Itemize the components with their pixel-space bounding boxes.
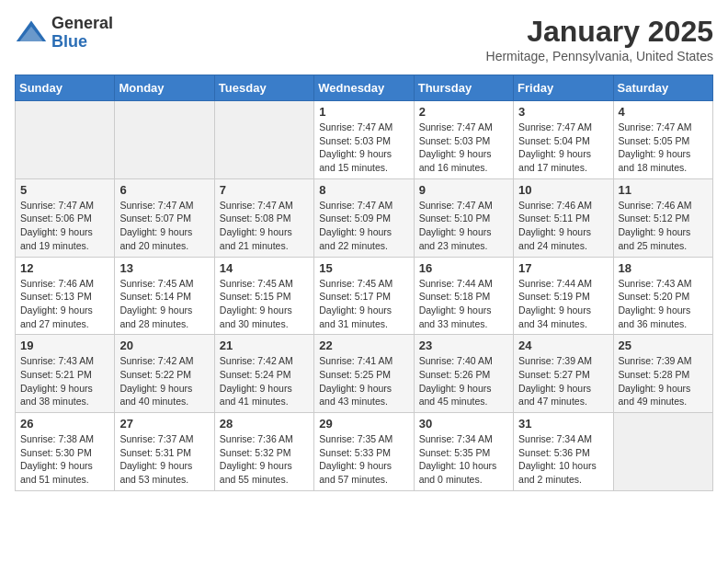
weekday-header-thursday: Thursday [414,75,513,101]
calendar-table: SundayMondayTuesdayWednesdayThursdayFrid… [15,75,713,491]
day-info: Sunrise: 7:39 AM Sunset: 5:28 PM Dayligh… [619,354,708,408]
day-number: 24 [518,339,608,352]
calendar-cell: 24Sunrise: 7:39 AM Sunset: 5:27 PM Dayli… [514,335,613,413]
day-info: Sunrise: 7:42 AM Sunset: 5:22 PM Dayligh… [119,354,209,408]
day-info: Sunrise: 7:39 AM Sunset: 5:27 PM Dayligh… [518,354,608,408]
calendar-cell: 7Sunrise: 7:47 AM Sunset: 5:08 PM Daylig… [214,178,313,257]
day-number: 7 [220,183,309,197]
calendar-cell [214,101,313,179]
calendar-cell: 21Sunrise: 7:42 AM Sunset: 5:24 PM Dayli… [214,335,313,413]
day-number: 16 [419,261,508,275]
calendar-cell: 12Sunrise: 7:46 AM Sunset: 5:13 PM Dayli… [16,257,115,335]
day-number: 3 [518,105,608,119]
day-number: 12 [20,261,109,275]
day-info: Sunrise: 7:45 AM Sunset: 5:14 PM Dayligh… [119,277,209,331]
day-number: 26 [20,417,109,431]
calendar-cell: 31Sunrise: 7:34 AM Sunset: 5:36 PM Dayli… [514,413,613,491]
day-info: Sunrise: 7:47 AM Sunset: 5:04 PM Dayligh… [518,121,608,175]
day-info: Sunrise: 7:42 AM Sunset: 5:24 PM Dayligh… [220,354,309,408]
logo-icon [15,17,48,50]
month-title: January 2025 [486,15,713,49]
calendar-cell: 3Sunrise: 7:47 AM Sunset: 5:04 PM Daylig… [514,101,613,179]
day-info: Sunrise: 7:35 AM Sunset: 5:33 PM Dayligh… [319,432,408,487]
calendar-week-row: 19Sunrise: 7:43 AM Sunset: 5:21 PM Dayli… [16,335,713,413]
calendar-cell [613,413,712,491]
calendar-week-row: 12Sunrise: 7:46 AM Sunset: 5:13 PM Dayli… [16,257,713,335]
calendar-cell: 15Sunrise: 7:45 AM Sunset: 5:17 PM Dayli… [314,257,414,335]
calendar-cell: 27Sunrise: 7:37 AM Sunset: 5:31 PM Dayli… [115,413,214,491]
calendar-cell: 17Sunrise: 7:44 AM Sunset: 5:19 PM Dayli… [514,257,613,335]
day-info: Sunrise: 7:46 AM Sunset: 5:11 PM Dayligh… [518,199,608,253]
calendar-cell [16,101,115,179]
day-info: Sunrise: 7:44 AM Sunset: 5:18 PM Dayligh… [419,277,508,331]
day-number: 28 [220,417,309,431]
day-info: Sunrise: 7:47 AM Sunset: 5:03 PM Dayligh… [419,121,508,175]
day-info: Sunrise: 7:43 AM Sunset: 5:20 PM Dayligh… [619,277,708,331]
day-number: 1 [319,105,408,119]
day-info: Sunrise: 7:34 AM Sunset: 5:35 PM Dayligh… [419,432,508,487]
weekday-header-tuesday: Tuesday [214,75,313,101]
day-number: 29 [319,417,408,431]
day-info: Sunrise: 7:40 AM Sunset: 5:26 PM Dayligh… [419,354,508,408]
day-number: 4 [619,105,708,119]
weekday-header-saturday: Saturday [613,75,712,101]
weekday-header-wednesday: Wednesday [314,75,414,101]
page-header: General Blue January 2025 Hermitage, Pen… [15,15,713,63]
calendar-cell: 6Sunrise: 7:47 AM Sunset: 5:07 PM Daylig… [115,178,214,257]
day-info: Sunrise: 7:47 AM Sunset: 5:08 PM Dayligh… [220,199,309,253]
calendar-cell: 4Sunrise: 7:47 AM Sunset: 5:05 PM Daylig… [613,101,712,179]
calendar-cell: 30Sunrise: 7:34 AM Sunset: 5:35 PM Dayli… [414,413,513,491]
calendar-cell: 9Sunrise: 7:47 AM Sunset: 5:10 PM Daylig… [414,178,513,257]
calendar-cell: 10Sunrise: 7:46 AM Sunset: 5:11 PM Dayli… [514,178,613,257]
day-number: 11 [619,183,708,197]
day-number: 23 [419,339,508,352]
logo-general-text: General [51,15,113,33]
day-number: 30 [419,417,508,431]
day-info: Sunrise: 7:41 AM Sunset: 5:25 PM Dayligh… [319,354,408,408]
day-info: Sunrise: 7:37 AM Sunset: 5:31 PM Dayligh… [119,432,209,487]
logo-text: General Blue [51,15,113,52]
calendar-cell: 19Sunrise: 7:43 AM Sunset: 5:21 PM Dayli… [16,335,115,413]
day-number: 13 [119,261,209,275]
day-number: 9 [419,183,508,197]
calendar-cell: 16Sunrise: 7:44 AM Sunset: 5:18 PM Dayli… [414,257,513,335]
calendar-cell: 14Sunrise: 7:45 AM Sunset: 5:15 PM Dayli… [214,257,313,335]
weekday-header-row: SundayMondayTuesdayWednesdayThursdayFrid… [16,75,713,101]
calendar-week-row: 5Sunrise: 7:47 AM Sunset: 5:06 PM Daylig… [16,178,713,257]
calendar-cell: 29Sunrise: 7:35 AM Sunset: 5:33 PM Dayli… [314,413,414,491]
day-number: 21 [220,339,309,352]
weekday-header-monday: Monday [115,75,214,101]
logo: General Blue [15,15,113,52]
weekday-header-friday: Friday [514,75,613,101]
weekday-header-sunday: Sunday [16,75,115,101]
calendar-cell: 28Sunrise: 7:36 AM Sunset: 5:32 PM Dayli… [214,413,313,491]
calendar-cell: 11Sunrise: 7:46 AM Sunset: 5:12 PM Dayli… [613,178,712,257]
day-info: Sunrise: 7:46 AM Sunset: 5:13 PM Dayligh… [20,277,109,331]
day-number: 15 [319,261,408,275]
day-info: Sunrise: 7:44 AM Sunset: 5:19 PM Dayligh… [518,277,608,331]
day-number: 31 [518,417,608,431]
calendar-cell: 8Sunrise: 7:47 AM Sunset: 5:09 PM Daylig… [314,178,414,257]
calendar-cell: 18Sunrise: 7:43 AM Sunset: 5:20 PM Dayli… [613,257,712,335]
day-info: Sunrise: 7:45 AM Sunset: 5:17 PM Dayligh… [319,277,408,331]
day-info: Sunrise: 7:46 AM Sunset: 5:12 PM Dayligh… [619,199,708,253]
calendar-cell: 22Sunrise: 7:41 AM Sunset: 5:25 PM Dayli… [314,335,414,413]
location-text: Hermitage, Pennsylvania, United States [486,49,713,63]
day-info: Sunrise: 7:43 AM Sunset: 5:21 PM Dayligh… [20,354,109,408]
calendar-cell: 20Sunrise: 7:42 AM Sunset: 5:22 PM Dayli… [115,335,214,413]
day-number: 5 [20,183,109,197]
calendar-cell: 13Sunrise: 7:45 AM Sunset: 5:14 PM Dayli… [115,257,214,335]
day-info: Sunrise: 7:47 AM Sunset: 5:03 PM Dayligh… [319,121,408,175]
calendar-cell: 25Sunrise: 7:39 AM Sunset: 5:28 PM Dayli… [613,335,712,413]
day-number: 20 [119,339,209,352]
day-number: 19 [20,339,109,352]
calendar-week-row: 1Sunrise: 7:47 AM Sunset: 5:03 PM Daylig… [16,101,713,179]
day-number: 18 [619,261,708,275]
day-info: Sunrise: 7:47 AM Sunset: 5:06 PM Dayligh… [20,199,109,253]
day-number: 6 [119,183,209,197]
day-number: 10 [518,183,608,197]
day-info: Sunrise: 7:38 AM Sunset: 5:30 PM Dayligh… [20,432,109,487]
day-number: 2 [419,105,508,119]
day-number: 14 [220,261,309,275]
day-info: Sunrise: 7:47 AM Sunset: 5:07 PM Dayligh… [119,199,209,253]
